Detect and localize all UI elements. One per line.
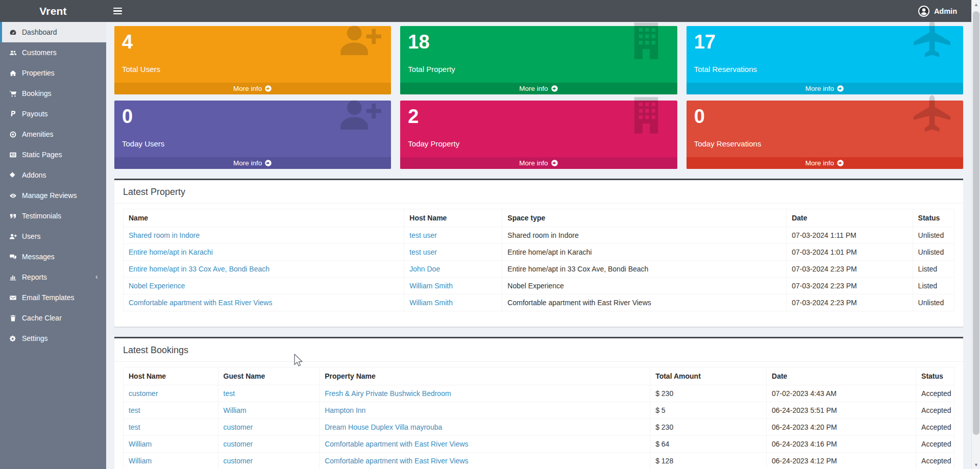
sidebar-item-payouts[interactable]: Payouts <box>0 104 106 124</box>
column-header: Date <box>767 367 916 385</box>
scrollbar-thumb[interactable] <box>973 11 979 435</box>
property-name-link[interactable]: Comfortable apartment with East River Vi… <box>325 440 468 448</box>
property-name-link[interactable]: Nobel Experience <box>129 282 185 290</box>
table-row: Nobel Experience William Smith Nobel Exp… <box>124 278 954 294</box>
info-box-label: Total Reservations <box>694 65 955 73</box>
scroll-up-arrow-icon[interactable]: ▲ <box>972 0 980 9</box>
sidebar-item-settings[interactable]: Settings <box>0 328 106 349</box>
info-box-label: Today Property <box>408 139 669 148</box>
sidebar-item-reports[interactable]: Reports <box>0 267 106 287</box>
info-box-total-property: 18Total Property More info <box>400 26 677 94</box>
info-box-label: Total Users <box>122 65 383 73</box>
status-cell: Accepted <box>916 436 954 453</box>
info-box-value: 0 <box>122 106 383 128</box>
sidebar-item-addons[interactable]: Addons <box>0 165 106 185</box>
table-row: William customer Comfortable apartment w… <box>124 453 954 469</box>
guest-name-link[interactable]: customer <box>224 457 253 465</box>
sidebar-item-properties[interactable]: Properties <box>0 63 106 83</box>
latest-bookings-table: Host Name Guest Name Property Name Total… <box>123 367 954 469</box>
more-info-link[interactable]: More info <box>114 157 391 169</box>
user-menu[interactable]: Admin <box>903 0 971 22</box>
info-box-label: Today Users <box>122 139 383 148</box>
host-name-link[interactable]: William <box>129 457 152 465</box>
more-info-link[interactable]: More info <box>687 157 963 169</box>
more-info-link[interactable]: More info <box>400 83 677 94</box>
more-info-link[interactable]: More info <box>687 83 963 94</box>
sidebar-item-manage-reviews[interactable]: Manage Reviews <box>0 185 106 206</box>
sidebar-item-label: Manage Reviews <box>22 191 77 200</box>
host-name-link[interactable]: test <box>129 406 140 414</box>
sidebar-item-label: Cache Clear <box>22 314 62 322</box>
sidebar-item-cache-clear[interactable]: Cache Clear <box>0 308 106 328</box>
sidebar-item-users[interactable]: Users <box>0 226 106 246</box>
user-avatar-icon <box>918 5 930 17</box>
sidebar-item-customers[interactable]: Customers <box>0 42 106 63</box>
info-box-value: 18 <box>408 31 669 54</box>
column-header: Host Name <box>404 209 502 227</box>
property-name-link[interactable]: Fresh & Airy Private Bushwick Bedroom <box>325 389 451 398</box>
host-name-link[interactable]: customer <box>129 389 158 398</box>
latest-property-panel: Latest Property Name Host Name Space typ… <box>114 179 963 327</box>
property-name-link[interactable]: Dream House Duplex Villa mayrouba <box>325 423 442 431</box>
table-row: Shared room in Indore test user Shared r… <box>124 227 954 244</box>
table-row: Comfortable apartment with East River Vi… <box>124 294 954 311</box>
guest-name-link[interactable]: customer <box>224 423 253 431</box>
column-header: Space type <box>502 209 787 227</box>
info-box-today-users: 0Today Users More info <box>114 101 391 169</box>
sidebar-item-bookings[interactable]: Bookings <box>0 83 106 104</box>
property-name-link[interactable]: Hampton Inn <box>325 406 365 414</box>
sidebar-item-messages[interactable]: Messages <box>0 246 106 267</box>
arrow-circle-right-icon <box>264 85 272 92</box>
host-name-link[interactable]: test <box>129 423 140 431</box>
user-name: Admin <box>934 7 957 15</box>
info-boxes: 4Total Users More info 18Total Property … <box>114 26 963 169</box>
cart-icon <box>9 90 17 97</box>
guest-name-link[interactable]: test <box>224 389 235 398</box>
date-cell: 06-24-2023 4:16 PM <box>767 436 916 453</box>
brand-logo[interactable]: Vrent <box>0 0 106 22</box>
sidebar-item-label: Customers <box>22 48 57 57</box>
status-cell: Unlisted <box>913 294 954 311</box>
more-info-link[interactable]: More info <box>114 83 391 94</box>
main-content: 4Total Users More info 18Total Property … <box>106 22 971 469</box>
host-name-link[interactable]: William <box>129 440 152 448</box>
guest-name-link[interactable]: customer <box>224 440 253 448</box>
sidebar-item-email-templates[interactable]: Email Templates <box>0 287 106 308</box>
user-plus-icon <box>9 233 17 240</box>
sidebar-item-dashboard[interactable]: Dashboard <box>0 22 106 42</box>
info-box-total-reservations: 17Total Reservations More info <box>687 26 963 94</box>
column-header: Status <box>916 367 954 385</box>
sidebar-toggle-button[interactable] <box>106 0 129 22</box>
status-cell: Listed <box>913 278 954 294</box>
more-info-link[interactable]: More info <box>400 157 677 169</box>
guest-name-link[interactable]: William <box>224 406 247 414</box>
vertical-scrollbar[interactable]: ▲ ▼ <box>971 0 980 469</box>
host-name-link[interactable]: test user <box>409 231 437 239</box>
host-name-link[interactable]: test user <box>409 248 437 256</box>
arrow-circle-right-icon <box>264 159 272 167</box>
property-name-link[interactable]: Comfortable apartment with East River Vi… <box>129 299 272 307</box>
amount-cell: $ 5 <box>650 402 767 419</box>
space-type-cell: Nobel Experience <box>502 278 787 294</box>
date-cell: 07-02-2023 4:43 AM <box>767 385 916 402</box>
dashboard-icon <box>9 29 17 36</box>
column-header: Date <box>787 209 913 227</box>
host-name-link[interactable]: John Doe <box>409 265 440 273</box>
sidebar-item-static-pages[interactable]: Static Pages <box>0 144 106 165</box>
sidebar-item-label: Payouts <box>22 110 48 118</box>
property-name-link[interactable]: Comfortable apartment with East River Vi… <box>325 457 468 465</box>
table-row: test William Hampton Inn $ 5 06-24-2023 … <box>124 402 954 419</box>
host-name-link[interactable]: William Smith <box>409 299 453 307</box>
host-name-link[interactable]: William Smith <box>409 282 453 290</box>
sidebar-item-testimonials[interactable]: Testimonials <box>0 206 106 226</box>
property-name-link[interactable]: Entire home/apt in 33 Cox Ave, Bondi Bea… <box>129 265 270 273</box>
sidebar-item-label: Reports <box>22 273 47 281</box>
scroll-down-arrow-icon[interactable]: ▼ <box>972 460 980 469</box>
column-header: Property Name <box>320 367 650 385</box>
property-name-link[interactable]: Shared room in Indore <box>129 231 200 239</box>
date-cell: 06-24-2023 4:20 PM <box>767 419 916 436</box>
quote-icon <box>9 212 17 220</box>
column-header: Status <box>913 209 954 227</box>
sidebar-item-amenities[interactable]: Amenities <box>0 124 106 144</box>
property-name-link[interactable]: Entire home/apt in Karachi <box>129 248 213 256</box>
